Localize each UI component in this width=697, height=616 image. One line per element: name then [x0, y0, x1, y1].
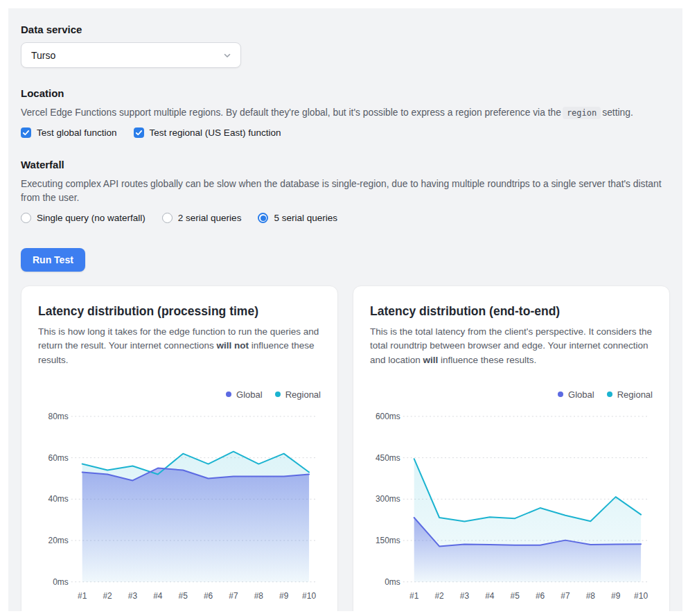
checkbox-label: Test regional (US East) function [150, 127, 281, 138]
svg-text:#7: #7 [561, 590, 570, 600]
radio-label: Single query (no waterfall) [37, 213, 145, 223]
svg-text:#8: #8 [254, 590, 264, 600]
region-code-chip: region [563, 107, 601, 119]
svg-text:#1: #1 [78, 590, 87, 600]
svg-text:#7: #7 [229, 590, 238, 600]
checkbox-box[interactable] [134, 127, 144, 138]
svg-text:60ms: 60ms [48, 452, 69, 462]
radio-button[interactable] [162, 213, 173, 223]
legend-label: Global [568, 389, 594, 400]
radio-button[interactable] [258, 213, 268, 223]
svg-text:#9: #9 [611, 590, 621, 600]
svg-text:#1: #1 [409, 590, 419, 600]
svg-text:0ms: 0ms [53, 577, 69, 587]
chart-card-processing-time: Latency distribution (processing time) T… [21, 285, 338, 611]
svg-text:#3: #3 [128, 590, 138, 600]
regional-series-dot-icon [275, 391, 281, 397]
app-panel: Data service Turso Location Vercel Edge … [8, 8, 682, 611]
radio-2-serial-queries[interactable]: 2 serial queries [162, 213, 242, 223]
svg-text:#2: #2 [434, 590, 444, 600]
radio-label: 5 serial queries [274, 213, 337, 223]
global-series-dot-icon [226, 391, 231, 397]
location-checkbox-row: Test global function Test regional (US E… [21, 127, 670, 138]
svg-text:#4: #4 [153, 590, 163, 600]
chart-description: This is how long it takes for the edge f… [38, 325, 321, 367]
location-heading: Location [21, 87, 670, 99]
chart-description-text-end: influence these results. [438, 355, 536, 365]
svg-text:#10: #10 [634, 590, 648, 600]
legend-label: Regional [617, 389, 653, 400]
data-service-heading: Data service [21, 24, 670, 35]
chart-cards-row: Latency distribution (processing time) T… [21, 285, 670, 611]
legend-item-global: Global [226, 389, 263, 400]
waterfall-radio-row: Single query (no waterfall) 2 serial que… [21, 213, 670, 223]
svg-text:#2: #2 [103, 590, 112, 600]
location-description: Vercel Edge Functions support multiple r… [21, 106, 670, 121]
location-description-text-end: setting. [602, 107, 633, 118]
svg-text:0ms: 0ms [385, 577, 400, 587]
svg-text:#9: #9 [279, 590, 289, 600]
latency-end-to-end-chart: 0ms150ms300ms450ms600ms#1#2#3#4#5#6#7#8#… [370, 404, 653, 611]
global-series-dot-icon [558, 391, 563, 397]
location-description-text: Vercel Edge Functions support multiple r… [21, 107, 561, 118]
svg-text:#6: #6 [204, 590, 213, 600]
chart-description-bold: will not [216, 340, 249, 351]
waterfall-heading: Waterfall [21, 159, 670, 170]
svg-text:#4: #4 [485, 590, 495, 600]
radio-button[interactable] [21, 213, 31, 223]
chart-description-bold: will [423, 355, 439, 365]
radio-single-query[interactable]: Single query (no waterfall) [21, 213, 145, 223]
checkbox-test-regional-function[interactable]: Test regional (US East) function [134, 127, 281, 138]
checkbox-label: Test global function [37, 127, 117, 138]
data-service-select[interactable]: Turso [21, 42, 241, 68]
svg-text:40ms: 40ms [48, 494, 69, 504]
svg-text:80ms: 80ms [48, 412, 69, 421]
check-icon [22, 129, 30, 137]
waterfall-description: Executing complex API routes globally ca… [21, 177, 670, 206]
chevron-down-icon [222, 51, 232, 60]
svg-text:#6: #6 [536, 590, 545, 600]
regional-series-dot-icon [607, 391, 612, 397]
check-icon [135, 129, 143, 137]
svg-text:600ms: 600ms [376, 412, 400, 421]
data-service-selected-value: Turso [31, 50, 55, 61]
chart-title: Latency distribution (processing time) [38, 304, 321, 319]
legend-item-global: Global [558, 389, 594, 400]
legend-label: Regional [285, 389, 321, 400]
chart-description: This is the total latency from the clien… [370, 325, 653, 367]
svg-text:150ms: 150ms [376, 536, 400, 545]
chart-title: Latency distribution (end-to-end) [370, 304, 653, 319]
legend-item-regional: Regional [275, 389, 321, 400]
legend-label: Global [236, 389, 263, 400]
checkbox-test-global-function[interactable]: Test global function [21, 127, 117, 138]
chart-card-end-to-end: Latency distribution (end-to-end) This i… [353, 285, 670, 611]
latency-processing-chart: 0ms20ms40ms60ms80ms#1#2#3#4#5#6#7#8#9#10 [38, 404, 321, 611]
svg-text:#5: #5 [511, 590, 520, 600]
checkbox-box[interactable] [21, 127, 31, 138]
svg-text:300ms: 300ms [376, 494, 400, 504]
run-test-button[interactable]: Run Test [21, 248, 85, 272]
chart-legend: Global Regional [38, 389, 321, 400]
svg-text:#5: #5 [179, 590, 188, 600]
chart-legend: Global Regional [370, 389, 653, 400]
svg-text:20ms: 20ms [48, 536, 69, 545]
legend-item-regional: Regional [607, 389, 653, 400]
radio-5-serial-queries[interactable]: 5 serial queries [258, 213, 337, 223]
svg-text:#8: #8 [586, 590, 596, 600]
svg-text:#3: #3 [460, 590, 470, 600]
svg-text:#10: #10 [302, 590, 316, 600]
svg-text:450ms: 450ms [376, 452, 400, 462]
radio-label: 2 serial queries [178, 213, 242, 223]
